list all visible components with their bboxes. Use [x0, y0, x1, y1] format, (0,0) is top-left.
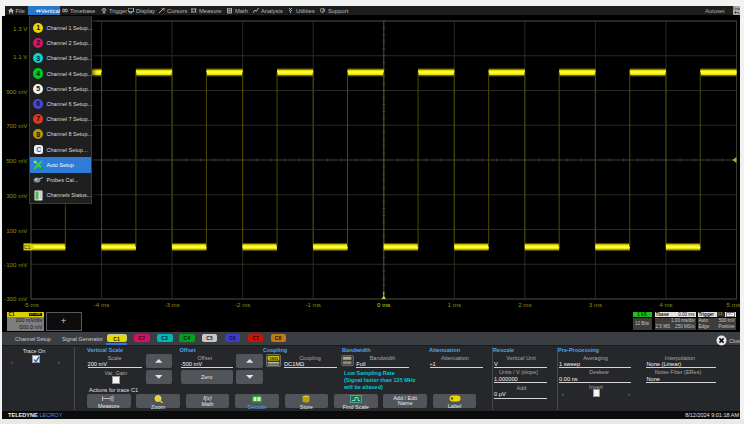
- svg-text:100 mV: 100 mV: [6, 226, 28, 233]
- svg-text:1MΩ: 1MΩ: [269, 355, 279, 360]
- svg-text:2 ms: 2 ms: [518, 300, 531, 307]
- svg-text:4 ms: 4 ms: [659, 300, 672, 307]
- svg-text:500 mV: 500 mV: [6, 157, 28, 164]
- svg-text:900 mV: 900 mV: [6, 87, 28, 94]
- svg-text:-3 ms: -3 ms: [164, 300, 179, 307]
- svg-text:-1 ms: -1 ms: [305, 300, 320, 307]
- svg-text:-4 ms: -4 ms: [94, 300, 109, 307]
- svg-text:1.1 V: 1.1 V: [13, 52, 28, 59]
- svg-text:3 ms: 3 ms: [589, 300, 602, 307]
- svg-text:5 ms: 5 ms: [727, 300, 740, 307]
- svg-text:300 mV: 300 mV: [6, 191, 28, 198]
- svg-text:700 mV: 700 mV: [6, 122, 28, 129]
- svg-text:1.3 V: 1.3 V: [13, 24, 28, 31]
- svg-text:0 ms: 0 ms: [377, 300, 390, 307]
- svg-text:-2 ms: -2 ms: [235, 300, 250, 307]
- svg-text:C1: C1: [24, 244, 31, 250]
- svg-text:1 ms: 1 ms: [448, 300, 461, 307]
- svg-text:-5 ms: -5 ms: [23, 300, 38, 307]
- svg-text:-100 mV: -100 mV: [4, 261, 28, 268]
